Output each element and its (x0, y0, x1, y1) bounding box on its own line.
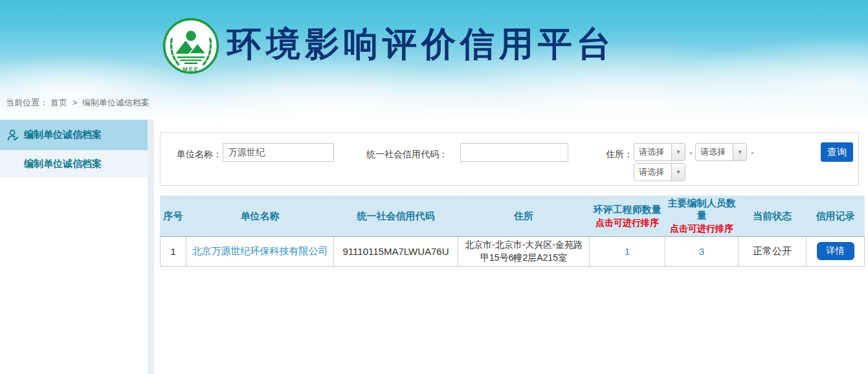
sidebar: 编制单位诚信档案 编制单位诚信档案 (0, 120, 148, 177)
address-dash: - (689, 148, 693, 158)
sidebar-item-label: 编制单位诚信档案 (24, 129, 102, 141)
page-title: 环境影响评价信用平台 (227, 21, 616, 68)
district-select[interactable]: 请选择 ▼ (634, 163, 685, 181)
row-index: 1 (161, 237, 186, 267)
search-panel: 单位名称： 统一社会信用代码： 住所： 请选择 ▼ - 请选择 ▼ - 请选择 … (160, 132, 859, 186)
table-header-row: 序号 单位名称 统一社会信用代码 住所 环评工程师数量 点击可进行排序 主要编制… (161, 196, 865, 237)
company-name-label: 单位名称： (177, 149, 222, 160)
breadcrumb-prefix: 当前位置： (6, 98, 48, 107)
col-header-credit-record: 信用记录 (807, 196, 865, 237)
breadcrumb-home-link[interactable]: 首页 (50, 98, 67, 107)
breadcrumb: 当前位置：首页 > 编制单位诚信档案 (6, 97, 152, 109)
breadcrumb-separator: > (72, 98, 78, 107)
col-header-code: 统一社会信用代码 (334, 196, 458, 237)
mee-logo: MEE (161, 16, 221, 76)
credit-code-input[interactable] (460, 143, 568, 162)
credit-code-value: 91110115MA7LWUA76U (334, 237, 458, 267)
engineer-count-link[interactable]: 1 (625, 246, 630, 257)
logo-text: MEE (183, 66, 199, 72)
address-label: 住所： (606, 149, 633, 160)
city-select[interactable]: 请选择 ▼ (695, 143, 747, 161)
detail-button[interactable]: 详情 (817, 242, 854, 260)
breadcrumb-current: 编制单位诚信档案 (82, 98, 150, 107)
sidebar-subitem-label: 编制单位诚信档案 (24, 158, 102, 170)
chevron-down-icon[interactable]: ▼ (671, 164, 685, 181)
user-check-icon (6, 128, 20, 142)
address-dash: - (751, 148, 754, 158)
col-header-address: 住所 (458, 196, 590, 237)
staff-count-link[interactable]: 3 (699, 246, 704, 257)
province-select[interactable]: 请选择 ▼ (634, 143, 685, 161)
company-name-link[interactable]: 北京万源世纪环保科技有限公司 (192, 245, 328, 256)
chevron-down-icon[interactable]: ▼ (733, 144, 746, 160)
sun-icon (186, 31, 196, 41)
query-button[interactable]: 查询 (821, 142, 853, 162)
sidebar-divider (148, 120, 154, 374)
results-table: 序号 单位名称 统一社会信用代码 住所 环评工程师数量 点击可进行排序 主要编制… (160, 195, 865, 267)
status-value: 正常公开 (739, 237, 807, 267)
col-header-staff-count[interactable]: 主要编制人员数量 点击可进行排序 (665, 196, 739, 237)
city-select-value: 请选择 (696, 144, 733, 160)
col-header-label: 主要编制人员数量 (667, 197, 737, 222)
table-row: 1 北京万源世纪环保科技有限公司 91110115MA7LWUA76U 北京市-… (161, 237, 865, 267)
col-header-index: 序号 (161, 196, 186, 237)
col-header-label: 环评工程师数量 (591, 204, 663, 216)
sort-hint[interactable]: 点击可进行排序 (591, 217, 663, 229)
col-header-company: 单位名称 (186, 196, 334, 237)
header-banner: MEE 环境影响评价信用平台 当前位置：首页 > 编制单位诚信档案 (0, 0, 868, 120)
address-value: 北京市-北京市-大兴区-金苑路甲15号6幢2层A215室 (458, 237, 590, 267)
credit-code-label: 统一社会信用代码： (366, 149, 448, 160)
district-select-value: 请选择 (634, 164, 671, 181)
sidebar-subitem-credit-archive[interactable]: 编制单位诚信档案 (0, 150, 148, 177)
col-header-status: 当前状态 (739, 196, 807, 237)
sort-hint[interactable]: 点击可进行排序 (667, 223, 737, 235)
province-select-value: 请选择 (634, 144, 671, 160)
sidebar-item-credit-archive[interactable]: 编制单位诚信档案 (0, 120, 148, 150)
col-header-engineer-count[interactable]: 环评工程师数量 点击可进行排序 (590, 196, 665, 237)
company-name-input[interactable] (223, 143, 334, 162)
chevron-down-icon[interactable]: ▼ (671, 144, 685, 160)
